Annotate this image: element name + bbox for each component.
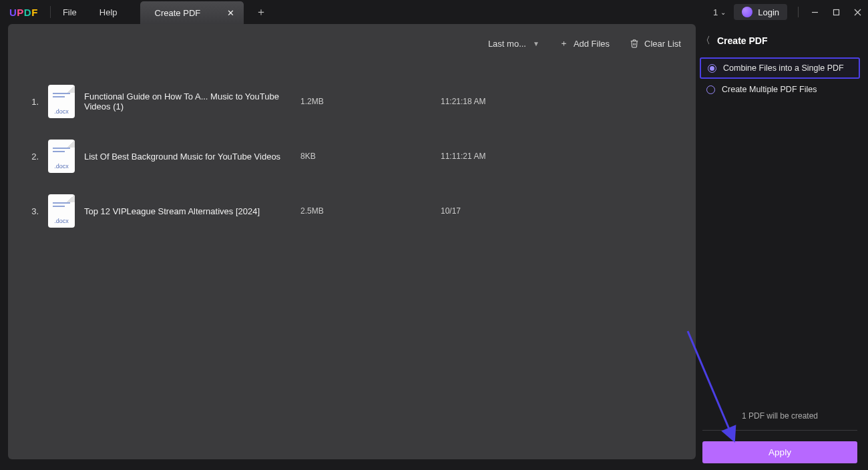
option-create-multiple-pdf[interactable]: Create Multiple PDF Files — [700, 80, 860, 99]
list-toolbar: Last mo... ▼ ＋ Add Files Clear List — [488, 37, 681, 49]
tab-create-pdf[interactable]: Create PDF ✕ — [140, 1, 244, 24]
row-index: 2. — [19, 152, 43, 162]
plus-icon: ＋ — [560, 37, 568, 49]
caret-down-icon: ▼ — [533, 40, 539, 47]
login-label: Login — [758, 7, 779, 17]
close-window-button[interactable] — [847, 0, 868, 24]
list-item[interactable]: 1. .docx Functional Guide on How To A...… — [19, 74, 685, 129]
file-size: 1.2MB — [300, 97, 441, 106]
menu-help[interactable]: Help — [99, 7, 118, 17]
list-item[interactable]: 2. .docx List Of Best Background Music f… — [19, 129, 685, 184]
sort-dropdown[interactable]: Last mo... ▼ — [488, 39, 539, 49]
side-footer: 1 PDF will be created Apply — [702, 411, 857, 463]
apply-button[interactable]: Apply — [702, 441, 857, 463]
side-header: 〈 Create PDF — [696, 24, 864, 56]
docx-file-icon: .docx — [48, 140, 75, 173]
add-files-label: Add Files — [574, 39, 610, 49]
divider — [702, 430, 857, 431]
docx-file-icon: .docx — [48, 194, 75, 228]
sort-label: Last mo... — [488, 39, 526, 49]
divider — [50, 6, 51, 18]
svg-rect-1 — [833, 9, 839, 15]
main-panel: Last mo... ▼ ＋ Add Files Clear List 1. .… — [8, 24, 696, 459]
add-files-button[interactable]: ＋ Add Files — [560, 37, 610, 49]
radio-icon — [706, 85, 715, 94]
menu-file[interactable]: File — [63, 7, 77, 17]
file-size: 8KB — [300, 152, 441, 161]
minimize-button[interactable] — [804, 0, 825, 24]
file-name: List Of Best Background Music for YouTub… — [80, 152, 300, 162]
docx-file-icon: .docx — [48, 85, 75, 118]
file-name: Top 12 VIPLeague Stream Alternatives [20… — [80, 206, 300, 216]
list-item[interactable]: 3. .docx Top 12 VIPLeague Stream Alterna… — [19, 184, 685, 238]
chevron-down-icon: ⌄ — [720, 9, 726, 16]
file-size: 2.5MB — [300, 206, 441, 216]
maximize-button[interactable] — [825, 0, 847, 24]
row-index: 3. — [19, 206, 43, 216]
close-icon[interactable]: ✕ — [227, 8, 234, 18]
login-button[interactable]: Login — [734, 4, 787, 20]
titlebar-right: 1 ⌄ Login — [713, 0, 868, 24]
add-tab-button[interactable]: ＋ — [256, 5, 266, 19]
row-index: 1. — [19, 97, 43, 107]
file-date: 10/17 — [441, 206, 685, 216]
tab-label: Create PDF — [155, 8, 201, 18]
file-date: 11:21:18 AM — [441, 97, 685, 106]
side-panel: 〈 Create PDF Combine Files into a Single… — [696, 24, 864, 467]
radio-icon — [708, 64, 716, 73]
page-indicator[interactable]: 1 ⌄ — [713, 7, 726, 17]
file-name: Functional Guide on How To A... Music to… — [80, 91, 300, 111]
option-combine-single-pdf[interactable]: Combine Files into a Single PDF — [700, 57, 860, 79]
trash-icon — [630, 39, 639, 48]
clear-list-label: Clear List — [644, 39, 681, 49]
status-text: 1 PDF will be created — [702, 411, 857, 421]
avatar-icon — [742, 7, 752, 17]
side-title: Create PDF — [717, 35, 767, 46]
clear-list-button[interactable]: Clear List — [630, 39, 681, 49]
file-date: 11:11:21 AM — [441, 152, 685, 161]
title-bar: UPDF File Help Create PDF ✕ ＋ 1 ⌄ Login — [0, 0, 868, 24]
option-label: Create Multiple PDF Files — [722, 85, 817, 94]
file-list: 1. .docx Functional Guide on How To A...… — [19, 74, 685, 238]
tab-bar: Create PDF ✕ ＋ — [140, 0, 267, 24]
back-icon[interactable]: 〈 — [701, 35, 710, 47]
option-label: Combine Files into a Single PDF — [723, 63, 844, 73]
app-logo: UPDF — [9, 7, 38, 18]
divider — [798, 7, 799, 17]
